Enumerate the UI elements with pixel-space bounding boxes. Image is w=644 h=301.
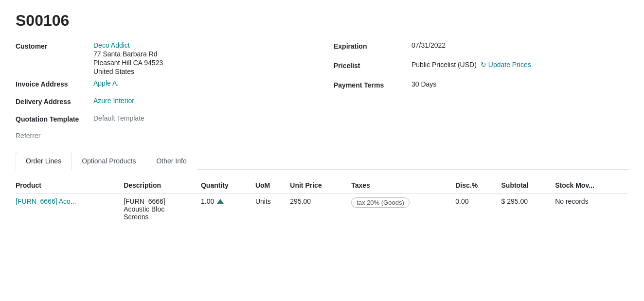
cell-quantity: 1.00 — [201, 194, 255, 225]
quotation-template-value[interactable]: Default Template — [93, 114, 144, 122]
payment-terms-field-row: Payment Terms 30 Days — [334, 80, 628, 96]
customer-value-block: Deco Addict 77 Santa Barbara Rd Pleasant… — [93, 41, 163, 75]
update-prices-label: Update Prices — [488, 61, 531, 69]
description-text: [FURN_6666] Acoustic Bloc Screens — [124, 197, 195, 221]
right-column: Expiration 07/31/2022 Pricelist Public P… — [334, 41, 628, 140]
table-row: [FURN_6666] Aco... [FURN_6666] Acoustic … — [16, 194, 628, 225]
cell-disc: 0.00 — [455, 194, 501, 225]
address-line1: 77 Santa Barbara Rd — [93, 50, 163, 58]
uom-value[interactable]: Units — [255, 197, 271, 205]
description-line2: Acoustic Bloc — [124, 205, 195, 213]
col-header-quantity: Quantity — [201, 177, 255, 194]
quantity-cell: 1.00 — [201, 197, 250, 205]
delivery-address-field-row: Delivery Address Azure Interior — [16, 97, 310, 110]
customer-field-row: Customer Deco Addict 77 Santa Barbara Rd… — [16, 41, 310, 75]
pricelist-value: Public Pricelist (USD) ↻ Update Prices — [411, 61, 531, 69]
cell-stock-mov: No records — [555, 194, 628, 225]
cell-taxes: tax 20% (Goods) — [351, 194, 455, 225]
payment-terms-label: Payment Terms — [334, 80, 411, 89]
delivery-address-value[interactable]: Azure Interior — [93, 97, 134, 105]
col-header-subtotal: Subtotal — [501, 177, 555, 194]
cell-uom: Units — [255, 194, 290, 225]
col-header-stock-mov: Stock Mov... — [555, 177, 628, 194]
col-header-description: Description — [124, 177, 201, 194]
referrer-label: Referrer — [16, 132, 40, 140]
stock-mov-value: No records — [555, 197, 588, 205]
tabs-container: Order Lines Optional Products Other Info — [16, 151, 628, 170]
description-line3: Screens — [124, 213, 195, 221]
invoice-address-field-row: Invoice Address Apple A. — [16, 79, 310, 93]
tab-optional-products[interactable]: Optional Products — [72, 152, 146, 170]
unit-price-value[interactable]: 295.00 — [290, 197, 311, 205]
cell-product: [FURN_6666] Aco... — [16, 194, 124, 225]
forecast-icon[interactable] — [217, 199, 224, 204]
col-header-uom: UoM — [255, 177, 290, 194]
col-header-unit-price: Unit Price — [290, 177, 351, 194]
update-prices-button[interactable]: ↻ Update Prices — [481, 61, 531, 69]
address-line2: Pleasant Hill CA 94523 — [93, 59, 163, 67]
customer-label: Customer — [16, 41, 93, 50]
tab-other-info[interactable]: Other Info — [146, 152, 197, 170]
product-link[interactable]: [FURN_6666] Aco... — [16, 197, 76, 205]
customer-name[interactable]: Deco Addict — [93, 41, 163, 49]
order-table: Product Description Quantity UoM Unit Pr… — [16, 177, 628, 225]
expiration-label: Expiration — [334, 41, 411, 50]
pricelist-label: Pricelist — [334, 61, 411, 70]
delivery-address-label: Delivery Address — [16, 97, 93, 106]
description-line1: [FURN_6666] — [124, 197, 195, 205]
pricelist-field-row: Pricelist Public Pricelist (USD) ↻ Updat… — [334, 61, 628, 76]
pricelist-text[interactable]: Public Pricelist (USD) — [411, 61, 477, 69]
invoice-address-label: Invoice Address — [16, 79, 93, 88]
subtotal-value: $ 295.00 — [501, 197, 528, 205]
table-header-row: Product Description Quantity UoM Unit Pr… — [16, 177, 628, 194]
col-header-product: Product — [16, 177, 124, 194]
quantity-value[interactable]: 1.00 — [201, 197, 214, 205]
address-line3: United States — [93, 68, 163, 75]
cell-unit-price: 295.00 — [290, 194, 351, 225]
cell-description: [FURN_6666] Acoustic Bloc Screens — [124, 194, 201, 225]
page-title: S00106 — [16, 12, 628, 30]
refresh-icon: ↻ — [481, 61, 486, 69]
expiration-field-row: Expiration 07/31/2022 — [334, 41, 628, 57]
col-header-taxes: Taxes — [351, 177, 455, 194]
quotation-template-label: Quotation Template — [16, 114, 93, 123]
left-column: Customer Deco Addict 77 Santa Barbara Rd… — [16, 41, 310, 140]
invoice-address-value[interactable]: Apple A. — [93, 79, 119, 87]
tab-order-lines[interactable]: Order Lines — [16, 152, 72, 170]
payment-terms-value[interactable]: 30 Days — [411, 80, 436, 88]
form-grid: Customer Deco Addict 77 Santa Barbara Rd… — [16, 41, 628, 140]
col-header-disc: Disc.% — [455, 177, 501, 194]
disc-value[interactable]: 0.00 — [455, 197, 468, 205]
tax-badge[interactable]: tax 20% (Goods) — [351, 197, 410, 208]
referrer-row: Referrer — [16, 132, 310, 140]
quotation-template-field-row: Quotation Template Default Template — [16, 114, 310, 128]
expiration-value[interactable]: 07/31/2022 — [411, 41, 446, 49]
cell-subtotal: $ 295.00 — [501, 194, 555, 225]
